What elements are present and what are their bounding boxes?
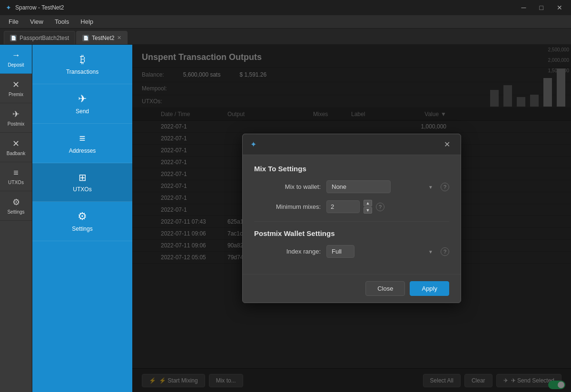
mix-to-wallet-select[interactable]: None PassportBatch2test: [326, 180, 391, 193]
menu-help[interactable]: Help: [76, 17, 98, 26]
badbank-icon: ✕: [12, 138, 20, 149]
sidebar-item-deposit[interactable]: → Deposit: [0, 45, 32, 74]
settings-icon: ⚙: [12, 197, 20, 207]
modal-divider: [254, 221, 449, 222]
mix-to-wallet-field: Mix to wallet: None PassportBatch2test ?: [254, 180, 449, 193]
minimum-mixes-input[interactable]: [326, 200, 360, 213]
mix-to-wallet-help-icon[interactable]: ?: [441, 183, 449, 191]
addresses-icon: ≡: [79, 132, 86, 145]
sidebar-item-premix[interactable]: ✕ Premix: [0, 74, 32, 103]
app-icon: ✦: [6, 4, 11, 11]
minimum-mixes-field: Minimum mixes: ▲ ▼ ?: [254, 200, 449, 214]
minimum-mixes-help-icon[interactable]: ?: [376, 203, 384, 211]
index-range-control: Full Partial ?: [326, 245, 449, 258]
ext-label-send: Send: [76, 108, 89, 115]
sidebar-item-postmix[interactable]: ✈ Postmix: [0, 103, 32, 133]
modal-apply-button[interactable]: Apply: [410, 281, 449, 296]
sidebar-label-postmix: Postmix: [8, 121, 25, 127]
mix-to-wallet-select-wrapper: None PassportBatch2test: [326, 180, 437, 193]
title-bar-left: ✦ Sparrow - TestNet2: [6, 4, 64, 11]
sidebar: → Deposit ✕ Premix ✈ Postmix ✕ Badbank ≡…: [0, 45, 32, 392]
tab-passport[interactable]: 📄 PassportBatch2test: [4, 31, 75, 44]
window-controls: ─ □ ✕: [519, 3, 565, 12]
modal-header: ✦ ✕: [243, 134, 461, 155]
close-button[interactable]: ✕: [554, 3, 565, 12]
modal-close-x-button[interactable]: ✕: [441, 139, 453, 150]
ext-item-settings-ext[interactable]: ⚙ Settings: [32, 202, 132, 241]
utxos-ext-icon: ⊞: [79, 172, 87, 183]
sidebar-label-deposit: Deposit: [8, 62, 24, 68]
minimum-mixes-control: ▲ ▼ ?: [326, 200, 449, 214]
sidebar-label-settings: Settings: [7, 209, 24, 215]
extended-sidebar: ₿ Transactions ✈ Send ≡ Addresses ⊞ UTXO…: [32, 45, 132, 392]
ext-item-utxos[interactable]: ⊞ UTXOs: [32, 163, 132, 202]
spinner-down-button[interactable]: ▼: [364, 207, 372, 214]
sidebar-item-badbank[interactable]: ✕ Badbank: [0, 133, 32, 162]
ext-item-send[interactable]: ✈ Send: [32, 84, 132, 124]
tab-passport-label: PassportBatch2test: [20, 35, 69, 41]
index-range-help-icon[interactable]: ?: [441, 247, 449, 256]
index-range-label: Index range:: [254, 248, 321, 255]
sidebar-item-utxos[interactable]: ≡ UTXOs: [0, 162, 32, 191]
modal-body: Mix To Settings Mix to wallet: None Pass…: [243, 155, 461, 274]
maximize-button[interactable]: □: [537, 3, 546, 12]
spinner-buttons: ▲ ▼: [364, 200, 372, 214]
tab-testnet2[interactable]: 📄 TestNet2 ✕: [76, 31, 128, 44]
transactions-icon: ₿: [80, 53, 85, 66]
sidebar-label-utxos: UTXOs: [8, 180, 24, 185]
menu-tools[interactable]: Tools: [50, 17, 74, 26]
settings-ext-icon: ⚙: [78, 210, 87, 223]
ext-item-addresses[interactable]: ≡ Addresses: [32, 124, 132, 163]
modal-close-button[interactable]: Close: [365, 281, 405, 296]
mix-to-wallet-label: Mix to wallet:: [254, 183, 321, 190]
deposit-icon: →: [12, 50, 20, 60]
minimum-mixes-label: Minimum mixes:: [254, 203, 321, 210]
ext-label-utxos: UTXOs: [73, 186, 91, 193]
sidebar-label-premix: Premix: [9, 92, 23, 97]
modal-overlay: ✦ ✕ Mix To Settings Mix to wallet: None: [132, 45, 571, 392]
index-range-select[interactable]: Full Partial: [326, 245, 354, 258]
tab-passport-icon: 📄: [10, 35, 17, 41]
tab-testnet2-label: TestNet2: [92, 35, 114, 41]
utxos-icon: ≡: [13, 168, 19, 178]
modal-header-icon: ✦: [250, 140, 256, 149]
mix-to-settings-title: Mix To Settings: [254, 165, 449, 173]
tab-testnet2-close[interactable]: ✕: [117, 35, 121, 41]
premix-icon: ✕: [12, 79, 20, 90]
main-layout: → Deposit ✕ Premix ✈ Postmix ✕ Badbank ≡…: [0, 45, 571, 392]
mix-to-wallet-control: None PassportBatch2test ?: [326, 180, 449, 193]
spinner-up-button[interactable]: ▲: [364, 200, 372, 206]
send-icon: ✈: [78, 93, 87, 105]
app-title: Sparrow - TestNet2: [15, 4, 64, 11]
postmix-settings-title: Postmix Wallet Settings: [254, 229, 449, 237]
modal-footer: Close Apply: [243, 274, 461, 303]
sidebar-label-badbank: Badbank: [7, 151, 25, 156]
tab-testnet2-icon: 📄: [82, 35, 89, 41]
postmix-icon: ✈: [12, 109, 20, 119]
content-area: 2,500,000 2,000,000 1,500,000 Unspent Tr…: [132, 45, 571, 392]
menu-bar: File View Tools Help: [0, 15, 571, 29]
tab-bar: 📄 PassportBatch2test 📄 TestNet2 ✕: [0, 29, 571, 45]
ext-label-settings-ext: Settings: [72, 225, 92, 232]
index-range-field: Index range: Full Partial ?: [254, 245, 449, 258]
menu-file[interactable]: File: [4, 17, 23, 26]
ext-label-addresses: Addresses: [69, 147, 96, 154]
minimize-button[interactable]: ─: [519, 3, 529, 12]
title-bar: ✦ Sparrow - TestNet2 ─ □ ✕: [0, 0, 571, 15]
menu-view[interactable]: View: [25, 17, 48, 26]
ext-item-transactions[interactable]: ₿ Transactions: [32, 45, 132, 84]
sidebar-item-settings[interactable]: ⚙ Settings: [0, 191, 32, 221]
index-range-select-wrapper: Full Partial: [326, 245, 437, 258]
ext-label-transactions: Transactions: [66, 69, 98, 75]
mix-to-settings-modal: ✦ ✕ Mix To Settings Mix to wallet: None: [242, 134, 461, 303]
